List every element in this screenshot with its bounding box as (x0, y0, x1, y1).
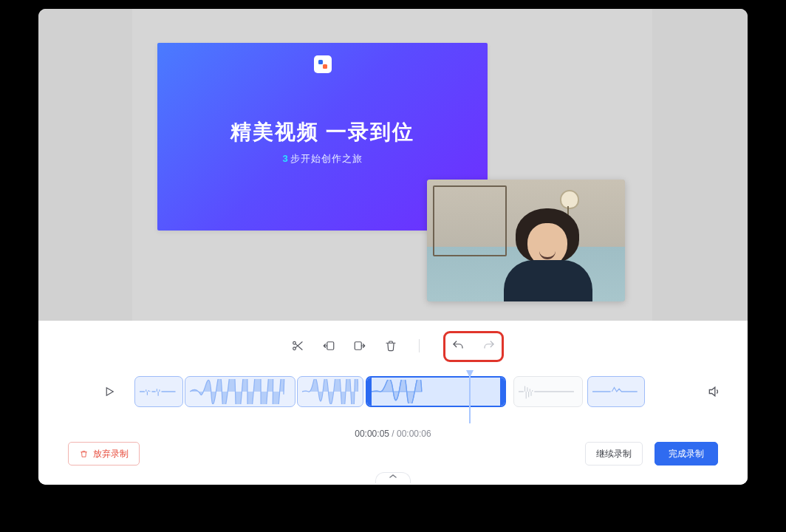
trim-end-icon[interactable] (352, 338, 367, 353)
slide-title: 精美视频 一录到位 (157, 118, 488, 146)
timeline-clip[interactable] (587, 376, 645, 407)
time-total: 00:00:06 (397, 429, 431, 439)
footer-bar: 放弃录制 继续录制 完成录制 (68, 440, 718, 467)
timeline-clip-muted[interactable] (513, 376, 583, 407)
redo-icon[interactable] (482, 338, 496, 353)
timeline-clip-selected[interactable] (366, 376, 506, 407)
slide-sub-lead: 3 (282, 153, 288, 164)
clip-handle-left[interactable] (366, 378, 372, 406)
svg-rect-0 (318, 60, 323, 64)
trim-start-icon[interactable] (321, 338, 336, 353)
edit-toolbar (38, 335, 748, 356)
timeline-track[interactable] (134, 376, 686, 407)
preview-area: 精美视频 一录到位 3步开始创作之旅 (38, 9, 748, 321)
discard-button[interactable]: 放弃录制 (68, 442, 140, 466)
slide-subtitle: 3步开始创作之旅 (157, 152, 488, 166)
recorder-editor-window: 精美视频 一录到位 3步开始创作之旅 (38, 9, 748, 485)
time-sep: / (389, 429, 397, 439)
collapse-handle-icon[interactable] (375, 472, 411, 483)
app-logo-icon (314, 55, 332, 73)
undo-icon[interactable] (451, 338, 465, 353)
webcam-overlay[interactable] (427, 180, 625, 301)
slide-sub-rest: 步开始创作之旅 (290, 153, 363, 164)
toolbar-separator (419, 339, 420, 352)
continue-button[interactable]: 继续录制 (585, 442, 643, 466)
cut-icon[interactable] (290, 338, 305, 353)
timeline-clip[interactable] (185, 376, 295, 407)
finish-label: 完成录制 (669, 448, 704, 460)
delete-icon[interactable] (383, 338, 398, 353)
continue-label: 继续录制 (596, 448, 632, 460)
volume-icon[interactable] (706, 383, 722, 400)
time-display: 00:00:05 / 00:00:06 (38, 429, 748, 439)
finish-button[interactable]: 完成录制 (655, 442, 718, 466)
svg-rect-5 (355, 342, 361, 350)
play-button[interactable] (100, 383, 118, 400)
clip-handle-right[interactable] (500, 378, 505, 406)
controls-panel: 00:00:05 / 00:00:06 放弃录制 继续录制 完成录制 (38, 321, 748, 485)
svg-rect-4 (327, 342, 333, 350)
time-current: 00:00:05 (355, 429, 389, 439)
timeline-clip[interactable] (134, 376, 183, 407)
timeline-clip[interactable] (297, 376, 363, 407)
svg-rect-1 (323, 64, 327, 69)
discard-label: 放弃录制 (93, 448, 129, 460)
timeline-row (100, 376, 686, 407)
